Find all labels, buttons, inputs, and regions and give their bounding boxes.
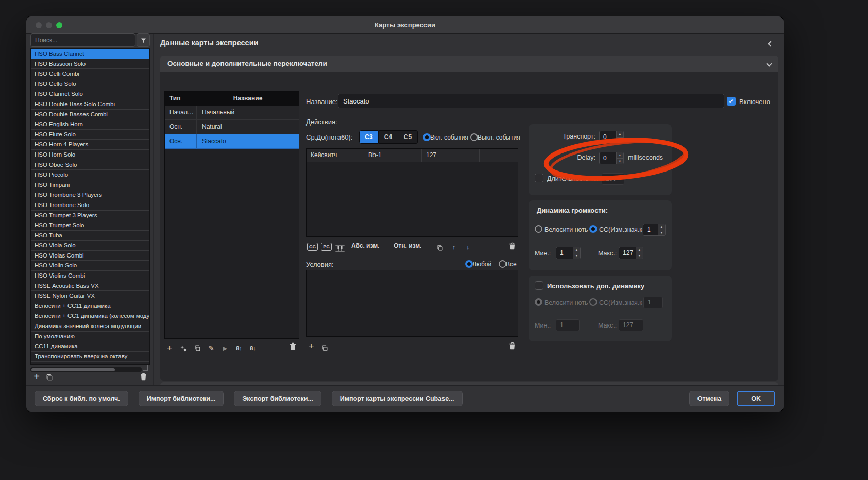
expression-map-item[interactable]: HSO Trumpet Solo <box>31 220 149 231</box>
expression-map-item[interactable]: HSO Trumpet 3 Players <box>31 211 149 221</box>
c5-button[interactable]: C5 <box>398 130 418 144</box>
max-spinner[interactable]: 127 ▴▾ <box>619 247 643 259</box>
titlebar[interactable]: Карты экспрессии <box>26 16 784 34</box>
cc-number-spinner[interactable]: 1 ▴▾ <box>643 224 666 236</box>
expression-map-item[interactable]: HSO Flute Solo <box>31 130 149 140</box>
add-multiple-slots-button[interactable] <box>179 343 188 353</box>
add-cc-button[interactable]: CC <box>307 243 318 251</box>
cc-number-value[interactable]: 1 <box>643 224 658 235</box>
expression-map-item[interactable]: HSO Piccolo <box>31 170 149 180</box>
condition-any-radio[interactable] <box>465 260 473 268</box>
library-action-button[interactable]: Импорт библиотеки... <box>139 391 224 406</box>
expression-map-item[interactable]: По умолчанию <box>31 332 149 342</box>
expression-map-item[interactable]: HSO Bassoon Solo <box>31 59 149 70</box>
max-value[interactable]: 127 <box>619 247 636 259</box>
expression-map-item[interactable]: HSO Violin Solo <box>31 261 149 271</box>
duplicate-map-button[interactable] <box>44 373 54 381</box>
rename-slot-button[interactable]: ✎ <box>207 343 215 353</box>
events-on-radio[interactable] <box>423 133 431 141</box>
duplicate-slot-button[interactable] <box>193 343 201 353</box>
spinner-up-icon[interactable]: ▴ <box>573 247 580 253</box>
section-switches-header[interactable]: Основные и дополнительные переключатели <box>160 56 778 72</box>
expression-map-item[interactable]: Велосити + CC1 динамика (колесом модуляц… <box>31 311 149 321</box>
expression-map-item[interactable]: HSO Tuba <box>31 231 149 241</box>
spinner-up-icon[interactable]: ▴ <box>617 152 623 159</box>
expression-map-item[interactable]: HSO Double Basses Combi <box>31 110 149 120</box>
expression-map-item[interactable]: HSO Viola Solo <box>31 241 149 251</box>
velocity-radio[interactable] <box>535 225 542 233</box>
library-action-button[interactable]: Экспорт библиотеки... <box>234 391 321 406</box>
duplicate-event-button[interactable] <box>436 243 444 253</box>
condition-all-radio[interactable] <box>499 260 506 268</box>
slot-row[interactable]: Осн. Staccato <box>165 134 299 149</box>
expression-map-item[interactable]: Велосити + CC11 динамика <box>31 301 149 312</box>
expression-map-item[interactable]: HSO Horn Solo <box>31 150 149 160</box>
audition-button[interactable]: ▶ <box>221 343 229 353</box>
spinner-down-icon[interactable]: ▾ <box>573 253 580 259</box>
absolute-change-button[interactable]: Абс. изм. <box>351 242 379 249</box>
add-pc-button[interactable]: PC <box>321 243 332 251</box>
length-checkbox[interactable] <box>535 174 543 182</box>
expression-map-item[interactable] <box>31 362 149 365</box>
expression-map-item[interactable]: HSO Double Bass Solo Combi <box>31 99 149 110</box>
delete-slot-button[interactable] <box>289 342 297 350</box>
expression-map-item[interactable]: HSO Violas Combi <box>31 251 149 261</box>
expression-map-item[interactable]: HSO Bass Clarinet <box>31 49 149 59</box>
slot-name-input[interactable] <box>338 94 724 108</box>
enabled-checkbox[interactable]: ✓ <box>727 97 736 106</box>
expression-map-item[interactable]: HSO Trombone Solo <box>31 200 149 211</box>
expression-map-item[interactable]: HSO Violins Combi <box>31 271 149 281</box>
library-action-button[interactable]: Сброс к библ. по умолч. <box>35 391 128 406</box>
spinner-up-icon[interactable]: ▴ <box>658 224 665 230</box>
add-condition-button[interactable]: + <box>307 341 315 351</box>
delete-map-button[interactable] <box>139 372 148 381</box>
expression-map-item[interactable]: HSSE Acoustic Bass VX <box>31 281 149 292</box>
collapse-panel-button[interactable] <box>765 38 776 49</box>
c4-button[interactable]: C4 <box>379 130 398 144</box>
move-event-down-button[interactable]: ↓ <box>464 242 472 252</box>
expression-map-item[interactable]: Транспонировать вверх на октаву <box>31 352 149 362</box>
expression-map-item[interactable]: HSO Oboe Solo <box>31 160 149 170</box>
transport-value[interactable]: 0 <box>600 131 616 143</box>
search-input[interactable] <box>30 33 135 47</box>
spinner-down-icon[interactable]: ▾ <box>636 253 643 259</box>
expression-map-item[interactable]: HSO Timpani <box>31 180 149 191</box>
add-map-button[interactable]: + <box>31 371 42 382</box>
expression-map-item[interactable]: CC11 динамика <box>31 341 149 352</box>
cc-radio[interactable] <box>589 225 597 233</box>
expression-map-item[interactable]: Динамика значений колеса модуляции <box>31 321 149 332</box>
delete-condition-button[interactable] <box>508 342 516 350</box>
duplicate-condition-button[interactable] <box>320 343 329 353</box>
min-spinner[interactable]: 1 ▴▾ <box>556 247 581 259</box>
output-event-row[interactable]: Кейсвитч Bb-1 127 <box>307 149 518 162</box>
delay-spinner[interactable]: 0 ▴▾ <box>599 152 624 164</box>
resize-grip[interactable] <box>143 365 148 371</box>
spinner-down-icon[interactable]: ▾ <box>658 230 665 236</box>
horizontal-scrollbar[interactable] <box>30 367 142 372</box>
c3-button[interactable]: C3 <box>359 130 379 144</box>
slot-row[interactable]: Осн. Natural <box>165 120 299 134</box>
spinner-down-icon[interactable]: ▾ <box>617 159 623 164</box>
filter-button[interactable] <box>137 33 150 47</box>
expression-map-item[interactable]: HSSE Nylon Guitar VX <box>31 291 149 301</box>
events-off-radio[interactable] <box>470 133 478 141</box>
library-action-button[interactable]: Импорт карты экспрессии Cubase... <box>332 391 463 406</box>
spinner-up-icon[interactable]: ▴ <box>636 247 643 253</box>
octave-down-button[interactable]: 8↓ <box>249 343 257 353</box>
slot-row[interactable]: Начальный Начальный <box>165 106 299 120</box>
cancel-button[interactable]: Отмена <box>689 391 730 406</box>
expression-map-item[interactable]: HSO Trombone 3 Players <box>31 190 149 200</box>
secondary-dynamics-checkbox[interactable] <box>535 281 543 290</box>
transport-spinner[interactable]: 0 ▴▾ <box>599 131 624 143</box>
move-event-up-button[interactable]: ↑ <box>450 242 458 252</box>
expression-map-item[interactable]: HSO Horn 4 Players <box>31 140 149 150</box>
add-slot-button[interactable]: + <box>165 343 174 353</box>
expression-map-item[interactable]: HSO Cello Solo <box>31 79 149 90</box>
expression-map-item[interactable]: HSO Celli Combi <box>31 69 149 79</box>
spinner-down-icon[interactable]: ▾ <box>617 138 623 143</box>
ok-button[interactable]: OK <box>737 391 775 406</box>
octave-up-button[interactable]: 8↑ <box>235 343 243 353</box>
delay-value[interactable]: 0 <box>600 152 616 164</box>
add-note-button[interactable] <box>335 243 345 253</box>
min-value[interactable]: 1 <box>556 247 573 259</box>
